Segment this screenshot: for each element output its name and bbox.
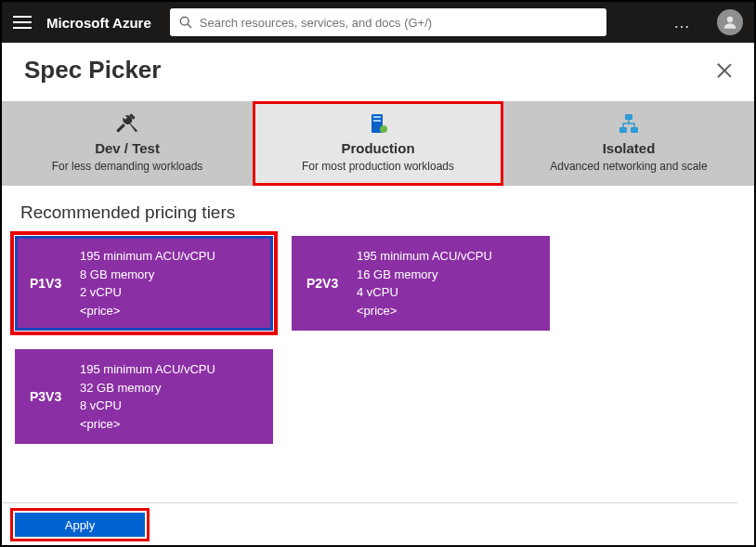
tier-cpu: 2 vCPU bbox=[80, 283, 215, 302]
tab-label: Dev / Test bbox=[9, 140, 245, 156]
search-input[interactable] bbox=[200, 16, 597, 30]
tier-cpu: 4 vCPU bbox=[357, 283, 492, 302]
server-icon bbox=[368, 112, 388, 135]
close-icon[interactable] bbox=[717, 63, 732, 78]
search-icon bbox=[179, 16, 192, 29]
tier-price: <price> bbox=[357, 302, 492, 320]
brand: Microsoft Azure bbox=[46, 15, 151, 31]
blade-footer: Apply bbox=[2, 502, 737, 546]
svg-rect-5 bbox=[373, 120, 381, 122]
user-avatar[interactable] bbox=[717, 9, 743, 35]
tier-mem: 16 GB memory bbox=[357, 266, 492, 284]
network-icon bbox=[619, 113, 639, 134]
apply-button[interactable]: Apply bbox=[15, 513, 145, 537]
tier-name: P1V3 bbox=[30, 276, 80, 291]
tab-sub: For most production workloads bbox=[260, 160, 496, 173]
tier-cpu: 8 vCPU bbox=[80, 397, 215, 415]
svg-rect-7 bbox=[625, 114, 632, 120]
tier-card-p2v3[interactable]: P2V3 195 minimum ACU/vCPU 16 GB memory 4… bbox=[292, 236, 550, 331]
tier-card-p3v3[interactable]: P3V3 195 minimum ACU/vCPU 32 GB memory 8… bbox=[15, 349, 273, 444]
more-menu[interactable]: … bbox=[673, 13, 691, 33]
tier-mem: 32 GB memory bbox=[80, 379, 215, 397]
tab-label: Production bbox=[260, 140, 496, 156]
svg-rect-8 bbox=[619, 127, 627, 133]
page-title: Spec Picker bbox=[24, 56, 161, 85]
tools-icon bbox=[115, 111, 139, 136]
content-scroll[interactable]: Dev / Test For less demanding workloads … bbox=[2, 101, 754, 546]
svg-point-6 bbox=[380, 125, 387, 133]
tier-mem: 8 GB memory bbox=[80, 266, 215, 284]
tier-price: <price> bbox=[80, 302, 215, 320]
hamburger-menu[interactable] bbox=[13, 16, 32, 29]
tab-sub: For less demanding workloads bbox=[9, 160, 245, 173]
svg-rect-4 bbox=[373, 116, 381, 118]
azure-topbar: Microsoft Azure … bbox=[2, 2, 754, 43]
tab-devtest[interactable]: Dev / Test For less demanding workloads bbox=[2, 101, 253, 186]
tab-sub: Advanced networking and scale bbox=[511, 160, 747, 173]
global-search[interactable] bbox=[170, 8, 606, 36]
blade-header: Spec Picker bbox=[2, 43, 754, 101]
tier-card-p1v3[interactable]: P1V3 195 minimum ACU/vCPU 8 GB memory 2 … bbox=[15, 236, 273, 331]
svg-line-1 bbox=[188, 24, 191, 28]
svg-point-2 bbox=[727, 17, 733, 22]
tier-acu: 195 minimum ACU/vCPU bbox=[357, 247, 492, 266]
section-title: Recommended pricing tiers bbox=[2, 186, 754, 236]
tier-acu: 195 minimum ACU/vCPU bbox=[80, 360, 215, 379]
pricing-tiers: P1V3 195 minimum ACU/vCPU 8 GB memory 2 … bbox=[2, 236, 754, 444]
tier-price: <price> bbox=[80, 415, 215, 434]
tab-isolated[interactable]: Isolated Advanced networking and scale bbox=[503, 101, 754, 186]
person-icon bbox=[722, 14, 738, 31]
category-tabs: Dev / Test For less demanding workloads … bbox=[2, 101, 754, 186]
tier-name: P3V3 bbox=[30, 389, 80, 404]
tab-label: Isolated bbox=[511, 140, 747, 156]
tier-acu: 195 minimum ACU/vCPU bbox=[80, 247, 215, 266]
tab-production[interactable]: Production For most production workloads bbox=[253, 101, 503, 186]
svg-rect-9 bbox=[631, 127, 638, 133]
tier-name: P2V3 bbox=[306, 276, 357, 291]
svg-point-0 bbox=[180, 17, 189, 25]
